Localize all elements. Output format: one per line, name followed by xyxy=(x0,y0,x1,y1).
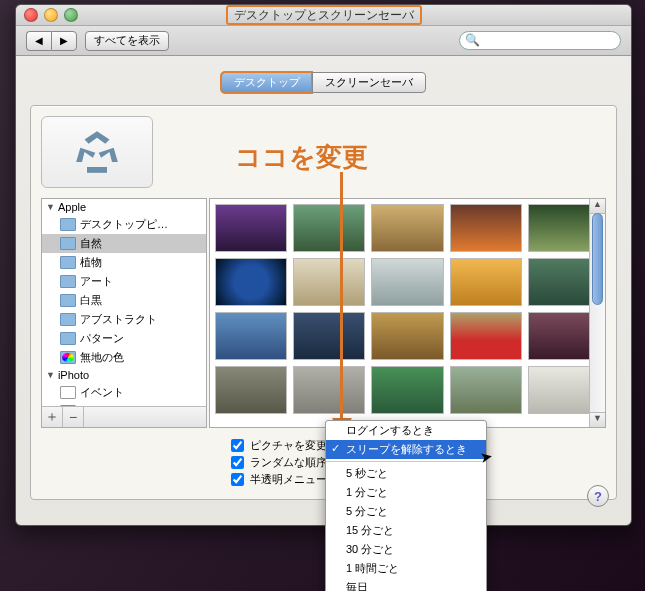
thumbnail[interactable] xyxy=(293,258,365,306)
back-button[interactable]: ◀ xyxy=(26,31,51,51)
folder-icon xyxy=(60,237,76,250)
sidebar-item-art[interactable]: アート xyxy=(42,272,206,291)
chevron-right-icon: ▶ xyxy=(60,35,68,46)
scroll-up-icon[interactable]: ▲ xyxy=(590,199,605,214)
search-icon: 🔍 xyxy=(465,33,480,47)
window-title: デスクトップとスクリーンセーバ xyxy=(226,5,422,25)
tabs: デスクトップ スクリーンセーバ xyxy=(30,72,617,93)
recycle-icon xyxy=(72,127,122,177)
translucent-menu-label: 半透明メニュー xyxy=(250,472,327,487)
thumbnail[interactable] xyxy=(450,258,522,306)
chevron-left-icon: ◀ xyxy=(35,35,43,46)
forward-button[interactable]: ▶ xyxy=(51,31,77,51)
disclosure-down-icon: ▼ xyxy=(46,370,55,380)
thumbnail[interactable] xyxy=(215,312,287,360)
add-source-button[interactable]: ＋ xyxy=(42,407,63,427)
sidebar-group-apple[interactable]: ▼Apple xyxy=(42,199,206,215)
annotation-text: ココを変更 xyxy=(235,140,368,175)
thumbnail[interactable] xyxy=(293,312,365,360)
event-icon xyxy=(60,386,76,399)
thumbnail[interactable] xyxy=(450,312,522,360)
sidebar-footer: ＋ − xyxy=(42,406,206,427)
change-picture-checkbox[interactable] xyxy=(231,439,244,452)
sidebar-item-abstract[interactable]: アブストラクト xyxy=(42,310,206,329)
dropdown-item-5sec[interactable]: 5 秒ごと xyxy=(326,464,486,483)
scroll-down-icon[interactable]: ▼ xyxy=(590,412,605,427)
tab-screensaver[interactable]: スクリーンセーバ xyxy=(312,72,426,93)
dropdown-item-1min[interactable]: 1 分ごと xyxy=(326,483,486,502)
sidebar-item-desktop-pictures[interactable]: デスクトップピ… xyxy=(42,215,206,234)
tab-desktop[interactable]: デスクトップ xyxy=(221,72,312,93)
color-wheel-icon xyxy=(60,351,76,364)
sidebar-item-nature[interactable]: 自然 xyxy=(42,234,206,253)
dropdown-item-daily[interactable]: 毎日 xyxy=(326,578,486,591)
dropdown-item-15min[interactable]: 15 分ごと xyxy=(326,521,486,540)
prefs-window: デスクトップとスクリーンセーバ ◀ ▶ すべてを表示 🔍 デスクトップ スクリー… xyxy=(15,4,632,526)
toolbar: ◀ ▶ すべてを表示 🔍 xyxy=(16,26,631,56)
search-input[interactable] xyxy=(459,31,621,50)
dropdown-item-30min[interactable]: 30 分ごと xyxy=(326,540,486,559)
scrollbar-thumb[interactable] xyxy=(592,213,603,305)
sidebar-item-patterns[interactable]: パターン xyxy=(42,329,206,348)
sidebar-item-plants[interactable]: 植物 xyxy=(42,253,206,272)
thumbnail[interactable] xyxy=(450,204,522,252)
thumbnail[interactable] xyxy=(371,312,443,360)
dropdown-item-wake[interactable]: スリープを解除するとき xyxy=(326,440,486,459)
folder-icon xyxy=(60,218,76,231)
folder-icon xyxy=(60,332,76,345)
random-order-label: ランダムな順序 xyxy=(250,455,327,470)
disclosure-down-icon: ▼ xyxy=(46,202,55,212)
nav-back-forward: ◀ ▶ xyxy=(26,31,77,51)
thumbnail[interactable] xyxy=(215,204,287,252)
annotation-arrow xyxy=(340,172,343,422)
folder-icon xyxy=(60,256,76,269)
dropdown-item-5min[interactable]: 5 分ごと xyxy=(326,502,486,521)
thumbnail[interactable] xyxy=(215,258,287,306)
photo-icon xyxy=(60,405,76,406)
folder-icon xyxy=(60,294,76,307)
thumbnail[interactable] xyxy=(371,204,443,252)
thumbnail[interactable] xyxy=(293,366,365,414)
thumbnails-grid: ▲ ▼ xyxy=(209,198,606,428)
options: ピクチャを変更： ランダムな順序 半透明メニュー xyxy=(41,438,606,487)
translucent-menu-checkbox[interactable] xyxy=(231,473,244,486)
sidebar-item-events[interactable]: イベント xyxy=(42,383,206,402)
dropdown-separator xyxy=(326,461,486,462)
sidebar-item-bw[interactable]: 白黒 xyxy=(42,291,206,310)
dropdown-item-1hour[interactable]: 1 時間ごと xyxy=(326,559,486,578)
thumbnail[interactable] xyxy=(215,366,287,414)
thumbnails-scrollbar[interactable]: ▲ ▼ xyxy=(589,199,605,427)
desktop-preview xyxy=(41,116,153,188)
thumbnail[interactable] xyxy=(371,366,443,414)
remove-source-button[interactable]: − xyxy=(63,407,84,427)
thumbnail[interactable] xyxy=(293,204,365,252)
change-interval-dropdown: ログインするとき スリープを解除するとき 5 秒ごと 1 分ごと 5 分ごと 1… xyxy=(325,420,487,591)
random-order-checkbox[interactable] xyxy=(231,456,244,469)
folder-icon xyxy=(60,313,76,326)
titlebar: デスクトップとスクリーンセーバ xyxy=(16,5,631,26)
search-field: 🔍 xyxy=(459,31,621,50)
source-sidebar: ▼Apple デスクトップピ… 自然 植物 アート 白黒 アブストラクト パター… xyxy=(41,198,207,428)
thumbnail[interactable] xyxy=(371,258,443,306)
sidebar-item-solid[interactable]: 無地の色 xyxy=(42,348,206,367)
dropdown-item-login[interactable]: ログインするとき xyxy=(326,421,486,440)
show-all-button[interactable]: すべてを表示 xyxy=(85,31,169,51)
folder-icon xyxy=(60,275,76,288)
thumbnail[interactable] xyxy=(450,366,522,414)
sidebar-group-iphoto[interactable]: ▼iPhoto xyxy=(42,367,206,383)
help-button[interactable]: ? xyxy=(587,485,609,507)
